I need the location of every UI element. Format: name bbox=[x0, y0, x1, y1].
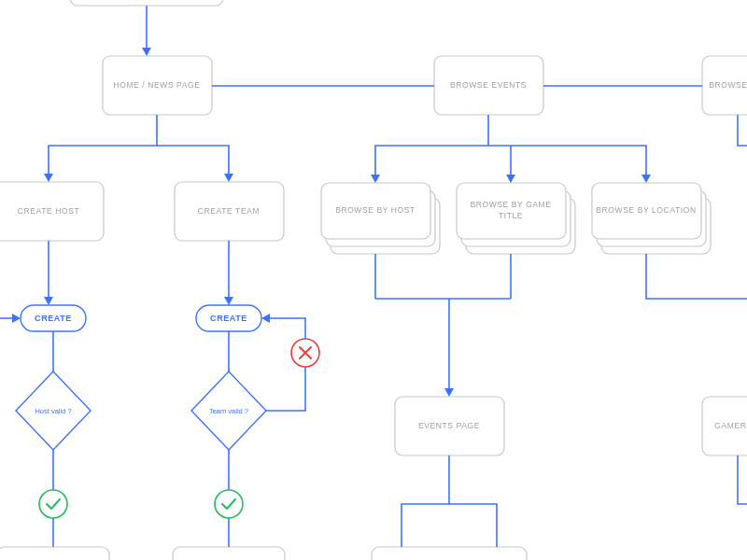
browse-g-label: BROWSE G bbox=[709, 80, 747, 90]
svg-marker-26 bbox=[444, 388, 454, 397]
host-valid-ok-icon bbox=[39, 490, 67, 518]
flow-diagram: HOME / NEWS PAGE BROWSE EVENTS BROWSE G … bbox=[0, 0, 747, 560]
browse-by-location-label: BROWSE BY LOCATION bbox=[596, 205, 696, 215]
create-host-label: CREATE HOST bbox=[18, 206, 79, 216]
svg-marker-19 bbox=[371, 175, 380, 183]
svg-marker-18 bbox=[224, 174, 233, 182]
svg-marker-24 bbox=[12, 314, 21, 323]
team-valid-decision: Team valid ? bbox=[191, 371, 266, 450]
create-pill-host-label: CREATE bbox=[35, 314, 72, 323]
create-pill-team-label: CREATE bbox=[210, 314, 247, 323]
home-label: HOME / NEWS PAGE bbox=[113, 80, 200, 90]
svg-marker-20 bbox=[506, 175, 515, 183]
browse-by-host-stack: BROWSE BY HOST bbox=[321, 183, 440, 254]
browse-by-game-title-stack: BROWSE BY GAME TITLE bbox=[457, 183, 575, 254]
svg-point-13 bbox=[39, 490, 67, 518]
svg-marker-16 bbox=[142, 48, 151, 56]
events-page-label: EVENTS PAGE bbox=[418, 421, 480, 430]
svg-marker-21 bbox=[641, 175, 651, 183]
browse-events-label: BROWSE EVENTS bbox=[450, 80, 527, 90]
svg-text:Team valid ?: Team valid ? bbox=[209, 407, 248, 415]
svg-marker-25 bbox=[261, 314, 270, 323]
svg-marker-23 bbox=[224, 297, 233, 305]
svg-marker-17 bbox=[44, 174, 53, 182]
svg-point-14 bbox=[215, 490, 243, 518]
events-bottom-partial bbox=[372, 547, 527, 560]
host-bottom-partial bbox=[0, 547, 109, 560]
gamer-p-label: GAMER P bbox=[714, 421, 747, 430]
team-valid-fail-icon bbox=[291, 339, 319, 367]
browse-by-location-stack: BROWSE BY LOCATION bbox=[592, 183, 711, 254]
create-team-label: CREATE TEAM bbox=[198, 206, 260, 216]
browse-by-game-title-label-2: TITLE bbox=[499, 211, 523, 220]
svg-text:Host valid ?: Host valid ? bbox=[35, 407, 71, 415]
svg-marker-22 bbox=[44, 297, 53, 305]
browse-by-game-title-label-1: BROWSE BY GAME bbox=[470, 200, 551, 209]
browse-by-host-label: BROWSE BY HOST bbox=[335, 205, 416, 215]
entry-partial-box bbox=[70, 0, 223, 6]
team-bottom-partial bbox=[173, 547, 285, 560]
host-valid-decision: Host valid ? bbox=[16, 371, 91, 450]
team-valid-ok-icon bbox=[215, 490, 243, 518]
